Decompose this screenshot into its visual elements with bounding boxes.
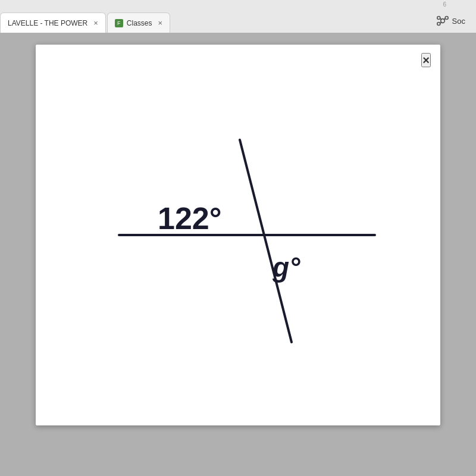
geometry-diagram: 122° g°	[89, 110, 387, 360]
tab-classes-close[interactable]: ×	[158, 18, 163, 27]
modal-card: × 122° g°	[36, 45, 440, 425]
tab-lavelle[interactable]: LAVELLE - THE POWER ×	[0, 12, 106, 33]
tab-bar: 6 LAVELLE - THE POWER × F Classes × Soc	[0, 0, 476, 33]
soc-button[interactable]: Soc	[431, 11, 471, 30]
tab-number: 6	[443, 1, 446, 8]
diagram-container: 122° g°	[36, 45, 440, 425]
angle-122-label: 122°	[158, 201, 222, 236]
main-content: × 122° g°	[0, 33, 476, 476]
tab-classes[interactable]: F Classes ×	[107, 12, 170, 33]
tab-lavelle-label: LAVELLE - THE POWER	[8, 19, 87, 27]
svg-line-8	[240, 140, 292, 342]
soc-label: Soc	[452, 17, 465, 26]
svg-line-4	[440, 18, 441, 20]
svg-point-2	[445, 17, 448, 20]
tab-classes-label: Classes	[127, 19, 152, 27]
svg-line-6	[440, 22, 441, 24]
tab-lavelle-close[interactable]: ×	[93, 18, 98, 27]
browser-chrome: 6 LAVELLE - THE POWER × F Classes × Soc	[0, 0, 476, 33]
svg-point-1	[437, 17, 440, 20]
angle-g-label: g°	[272, 252, 300, 283]
svg-point-3	[437, 23, 440, 26]
soc-icon	[437, 15, 449, 27]
svg-line-5	[443, 18, 445, 20]
tab-classes-favicon: F	[115, 19, 123, 27]
